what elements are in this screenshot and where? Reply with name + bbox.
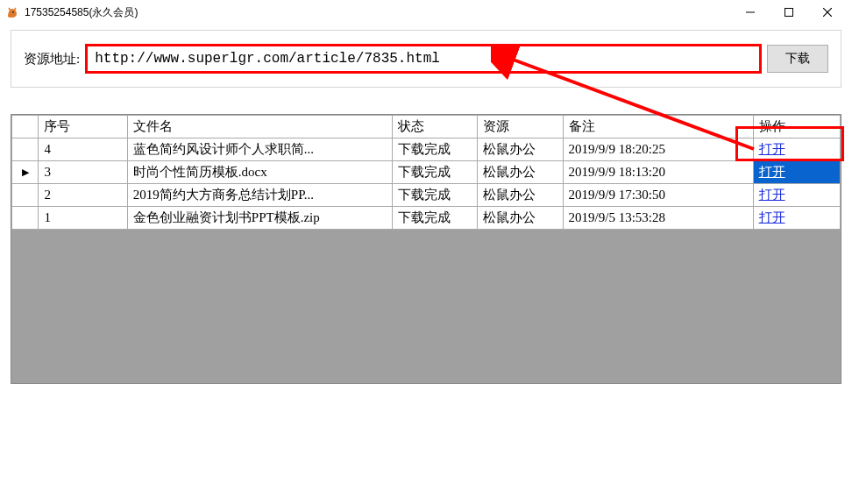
header-note[interactable]: 备注 (563, 116, 753, 138)
header-action[interactable]: 操作 (753, 116, 840, 138)
cell-seq: 2 (39, 184, 127, 207)
cell-resource: 松鼠办公 (478, 184, 563, 207)
address-panel: 资源地址: 下载 (11, 30, 841, 88)
table-row[interactable]: ▶3时尚个性简历模板.docx下载完成松鼠办公2019/9/9 18:13:20… (12, 161, 841, 184)
cell-filename: 时尚个性简历模板.docx (127, 161, 392, 184)
cell-status: 下载完成 (392, 184, 477, 207)
cell-status: 下载完成 (392, 161, 477, 184)
download-grid: 序号 文件名 状态 资源 备注 操作 4蓝色简约风设计师个人求职简...下载完成… (11, 114, 841, 384)
maximize-button[interactable] (770, 0, 808, 25)
header-seq[interactable]: 序号 (39, 116, 127, 138)
header-marker (12, 116, 39, 138)
row-marker (12, 207, 39, 230)
cell-action: 打开 (753, 184, 840, 207)
cell-seq: 3 (39, 161, 127, 184)
grid-header-row: 序号 文件名 状态 资源 备注 操作 (12, 116, 841, 138)
open-link[interactable]: 打开 (759, 210, 785, 224)
titlebar: 17535254585(永久会员) (0, 0, 852, 25)
open-link[interactable]: 打开 (759, 188, 785, 202)
cell-status: 下载完成 (392, 207, 477, 230)
svg-point-0 (12, 11, 14, 13)
open-link[interactable]: 打开 (759, 165, 785, 179)
header-filename[interactable]: 文件名 (127, 116, 392, 138)
cell-action: 打开 (753, 207, 840, 230)
row-marker (12, 184, 39, 207)
cell-resource: 松鼠办公 (478, 207, 563, 230)
open-link[interactable]: 打开 (759, 142, 785, 156)
cell-action: 打开 (753, 138, 840, 161)
download-button[interactable]: 下载 (767, 45, 828, 73)
app-icon (5, 5, 19, 19)
table-row[interactable]: 22019简约大方商务总结计划PP...下载完成松鼠办公2019/9/9 17:… (12, 184, 841, 207)
cell-note: 2019/9/9 18:13:20 (563, 161, 753, 184)
svg-rect-2 (785, 9, 793, 17)
cell-resource: 松鼠办公 (478, 161, 563, 184)
cell-seq: 4 (39, 138, 127, 161)
table-row[interactable]: 4蓝色简约风设计师个人求职简...下载完成松鼠办公2019/9/9 18:20:… (12, 138, 841, 161)
cell-seq: 1 (39, 207, 127, 230)
cell-note: 2019/9/9 18:20:25 (563, 138, 753, 161)
cell-filename: 蓝色简约风设计师个人求职简... (127, 138, 392, 161)
window-title: 17535254585(永久会员) (25, 5, 138, 20)
cell-action: 打开 (753, 161, 840, 184)
cell-resource: 松鼠办公 (478, 138, 563, 161)
minimize-button[interactable] (731, 0, 770, 25)
url-input[interactable] (85, 44, 762, 74)
header-status[interactable]: 状态 (392, 116, 477, 138)
row-marker: ▶ (12, 161, 39, 184)
cell-filename: 2019简约大方商务总结计划PP... (127, 184, 392, 207)
header-resource[interactable]: 资源 (478, 116, 563, 138)
grid-empty-area (11, 230, 841, 370)
close-button[interactable] (808, 0, 847, 25)
cell-note: 2019/9/9 17:30:50 (563, 184, 753, 207)
table-row[interactable]: 1金色创业融资计划书PPT模板.zip下载完成松鼠办公2019/9/5 13:5… (12, 207, 841, 230)
row-marker (12, 138, 39, 161)
cell-status: 下载完成 (392, 138, 477, 161)
address-label: 资源地址: (24, 51, 80, 67)
cell-note: 2019/9/5 13:53:28 (563, 207, 753, 230)
window-controls (731, 0, 847, 25)
cell-filename: 金色创业融资计划书PPT模板.zip (127, 207, 392, 230)
